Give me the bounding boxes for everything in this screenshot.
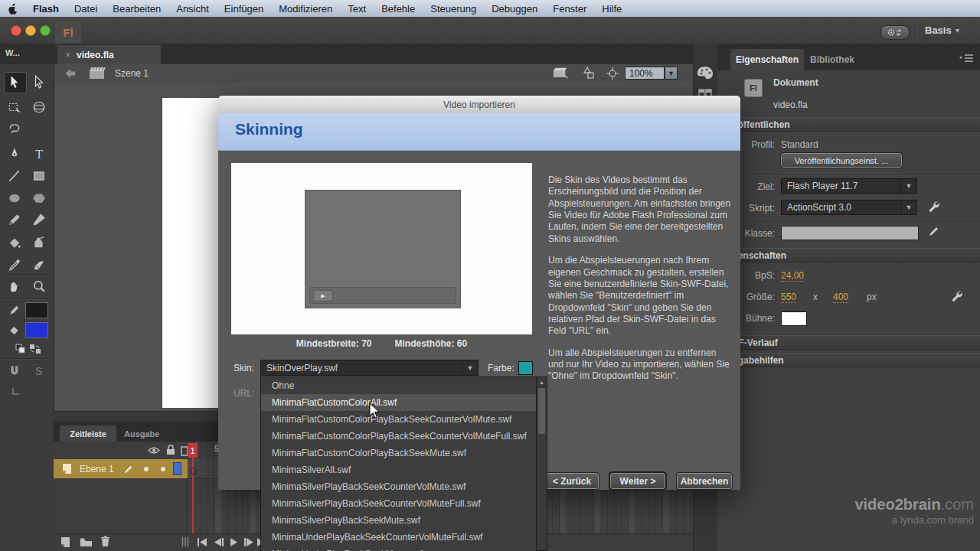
class-edit-pencil-icon[interactable] xyxy=(928,225,940,237)
menu-item-befehle[interactable]: Befehle xyxy=(374,3,423,15)
size-settings-wrench-icon[interactable] xyxy=(949,289,963,303)
edit-symbols-icon[interactable] xyxy=(580,67,596,80)
menu-item-hilfe[interactable]: Hilfe xyxy=(594,3,629,15)
dialog-title-bar[interactable]: Video importieren xyxy=(218,96,740,113)
menu-item-bearbeiten[interactable]: Bearbeiten xyxy=(105,3,168,15)
zoom-window-button[interactable] xyxy=(40,25,51,36)
close-window-button[interactable] xyxy=(11,25,21,36)
scrollbar-thumb[interactable] xyxy=(538,388,545,434)
section-eigenschaften[interactable]: Eigenschaften xyxy=(717,248,980,262)
step-forward-icon[interactable] xyxy=(243,538,254,546)
3d-rotation-tool-icon[interactable] xyxy=(32,100,47,116)
section-veroeffentlichen[interactable]: Veröffentlichen xyxy=(717,117,980,132)
apple-menu-icon[interactable] xyxy=(0,3,25,15)
edit-scene-icon[interactable] xyxy=(553,67,568,79)
back-button[interactable]: < Zurück xyxy=(545,473,599,489)
snap-magnet-icon[interactable] xyxy=(8,364,23,380)
skin-option[interactable]: Ohne xyxy=(261,377,537,394)
free-transform-tool-icon[interactable] xyxy=(8,100,23,116)
step-back-icon[interactable] xyxy=(214,538,224,546)
color-panel-icon[interactable] xyxy=(697,66,714,81)
tab-zeitleiste[interactable]: Zeitleiste xyxy=(60,425,116,442)
back-arrow-icon[interactable] xyxy=(64,68,77,79)
menu-item-steuerung[interactable]: Steuerung xyxy=(423,3,484,15)
eraser-tool-icon[interactable] xyxy=(32,258,47,273)
panel-menu-icon[interactable] xyxy=(959,54,974,64)
script-dropdown[interactable]: ActionScript 3.0 ▼ xyxy=(781,200,917,215)
empty-keyframe-icon[interactable] xyxy=(190,468,197,474)
layer-row[interactable]: Ebene 1 xyxy=(54,459,188,478)
rectangle-tool-icon[interactable] xyxy=(32,169,47,184)
fill-color-swatch[interactable] xyxy=(25,322,48,338)
skin-option[interactable]: MinimaSilverPlayBackSeekCounterVolMuteFu… xyxy=(261,495,537,512)
skin-option[interactable]: MinimaSilverAll.swf xyxy=(261,461,537,478)
pencil-tool-icon[interactable] xyxy=(8,213,23,228)
skin-option[interactable]: MinimaFlatCustomColorPlayBackSeekMute.sw… xyxy=(261,445,537,461)
section-swf-verlauf[interactable]: SWF-Verlauf xyxy=(717,335,980,350)
skin-dropdown[interactable]: SkinOverPlay.swf ▼ xyxy=(260,360,479,376)
menu-item-fenster[interactable]: Fenster xyxy=(545,3,594,15)
workspace-switcher-button[interactable] xyxy=(880,25,910,40)
skin-option[interactable]: MinimaSilverPlayBackSeekCounterVolMute.s… xyxy=(261,478,537,495)
current-frame-indicator[interactable]: 1 xyxy=(188,443,198,458)
zoom-level-field[interactable]: 100% xyxy=(625,67,665,80)
stage[interactable] xyxy=(162,98,218,408)
tool-option-s-icon[interactable]: S xyxy=(35,365,42,377)
stage-height-value[interactable]: 400 xyxy=(833,292,848,303)
document-name[interactable]: video.fla xyxy=(773,99,808,110)
document-tab[interactable]: × video.fla xyxy=(57,45,161,64)
layer-outline-color-swatch[interactable] xyxy=(173,462,181,475)
skin-color-swatch[interactable] xyxy=(518,361,533,375)
target-dropdown[interactable]: Flash Player 11.7 ▼ xyxy=(781,178,917,194)
bone-tool-icon[interactable] xyxy=(11,386,23,399)
next-button[interactable]: Weiter > xyxy=(610,473,665,489)
skin-option-highlighted[interactable]: MinimaFlatCustomColorAll.swf xyxy=(261,394,537,411)
deco-tool-icon[interactable] xyxy=(8,236,23,251)
layer-visible-dot[interactable] xyxy=(144,467,149,471)
tab-eigenschaften[interactable]: Eigenschaften xyxy=(730,49,804,70)
zoom-level-dropdown-button[interactable]: ▼ xyxy=(665,67,678,80)
skin-option[interactable]: MinimaSilverPlayBackSeekMute.swf xyxy=(261,512,537,529)
stage-width-value[interactable]: 550 xyxy=(781,292,796,303)
menu-item-datei[interactable]: Datei xyxy=(67,3,105,15)
skin-option[interactable]: MinimaUnderPlayBackSeekCounterVolMuteFul… xyxy=(261,529,537,546)
layer-visibility-eye-icon[interactable] xyxy=(148,446,160,455)
line-tool-icon[interactable] xyxy=(8,169,23,184)
layer-name[interactable]: Ebene 1 xyxy=(80,464,114,474)
center-frame-icon[interactable] xyxy=(606,67,619,80)
section-eingabehilfen[interactable]: Eingabehilfen xyxy=(717,353,980,367)
delete-layer-trash-icon[interactable] xyxy=(100,536,110,547)
zoom-tool-icon[interactable] xyxy=(32,279,47,295)
bottom-bar-grip-icon[interactable] xyxy=(181,537,189,546)
menu-item-modifizieren[interactable]: Modifizieren xyxy=(271,3,340,15)
minimize-window-button[interactable] xyxy=(25,25,36,36)
oval-tool-icon[interactable] xyxy=(8,191,23,207)
menu-item-debuggen[interactable]: Debuggen xyxy=(484,3,545,15)
menu-item-text[interactable]: Text xyxy=(340,3,374,15)
layer-unlocked-dot[interactable] xyxy=(161,467,165,471)
hand-tool-icon[interactable] xyxy=(8,279,23,295)
lasso-tool-icon[interactable] xyxy=(8,122,23,138)
ink-bottle-tool-icon[interactable] xyxy=(32,236,47,251)
publish-settings-button[interactable]: Veröffentlichungseinst. ... xyxy=(781,153,902,168)
close-tab-icon[interactable]: × xyxy=(65,50,70,60)
scene-breadcrumb[interactable]: Szene 1 xyxy=(115,68,149,79)
workspace-name[interactable]: Basis xyxy=(925,24,952,36)
stroke-color-swatch[interactable] xyxy=(25,302,48,318)
workspace-caret-icon[interactable]: ▾ xyxy=(956,26,959,34)
subselection-tool-icon[interactable] xyxy=(32,75,47,90)
swap-colors-icon[interactable] xyxy=(29,344,41,354)
pen-tool-icon[interactable] xyxy=(8,147,23,162)
class-input[interactable] xyxy=(781,226,919,240)
skin-option[interactable]: MinimaFlatCustomColorPlayBackSeekCounter… xyxy=(261,428,537,445)
layer-lock-icon[interactable] xyxy=(166,445,175,455)
play-icon[interactable] xyxy=(230,538,238,546)
skin-option[interactable]: MinimaUnderPlayBackSeekMute.swf xyxy=(261,546,537,551)
text-tool-icon[interactable]: T xyxy=(32,147,47,162)
new-layer-icon[interactable] xyxy=(60,536,71,548)
default-colors-icon[interactable] xyxy=(15,344,26,354)
list-scrollbar[interactable]: ▲ xyxy=(536,377,547,551)
script-settings-wrench-icon[interactable] xyxy=(926,200,940,214)
eyedropper-tool-icon[interactable] xyxy=(8,258,23,273)
stage-color-swatch[interactable] xyxy=(781,311,807,326)
